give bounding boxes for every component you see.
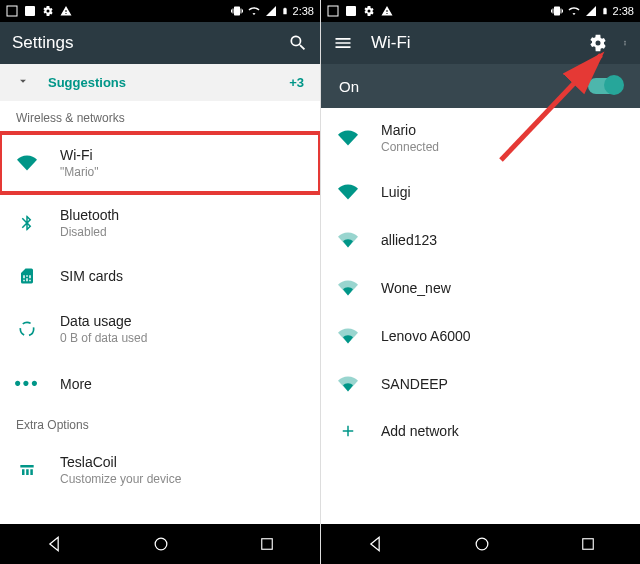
page-title: Settings [12, 33, 73, 53]
add-network-label: Add network [381, 423, 459, 439]
network-row[interactable]: Luigi [321, 168, 640, 216]
image-icon [345, 5, 357, 17]
network-row[interactable]: Mario Connected [321, 108, 640, 168]
svg-point-9 [625, 44, 626, 45]
clock: 2:38 [293, 5, 314, 17]
network-row[interactable]: Wone_new [321, 264, 640, 312]
network-name: SANDEEP [381, 376, 448, 392]
svg-point-2 [20, 322, 33, 335]
data-subtitle: 0 B of data used [60, 331, 147, 345]
wifi-toggle-bar: On [321, 64, 640, 108]
signal-icon [265, 5, 277, 17]
sim-row[interactable]: SIM cards [0, 253, 320, 299]
suggestions-count: +3 [289, 75, 304, 90]
signal-icon [585, 5, 597, 17]
svg-rect-0 [7, 6, 17, 16]
suggestions-label: Suggestions [48, 75, 126, 90]
bluetooth-icon [16, 214, 38, 232]
bluetooth-row[interactable]: Bluetooth Disabled [0, 193, 320, 253]
nav-home-icon[interactable] [151, 534, 171, 554]
nav-back-icon[interactable] [365, 534, 385, 554]
nav-bar [0, 524, 320, 564]
nav-recent-icon[interactable] [258, 535, 276, 553]
bluetooth-label: Bluetooth [60, 207, 119, 223]
wifi-label: Wi-Fi [60, 147, 99, 163]
nav-back-icon[interactable] [44, 534, 64, 554]
battery-icon [281, 5, 289, 17]
network-name: Luigi [381, 184, 411, 200]
tesla-row[interactable]: TeslaCoil Customize your device [0, 440, 320, 500]
notif-icon [6, 5, 18, 17]
nav-home-icon[interactable] [472, 534, 492, 554]
svg-point-8 [625, 43, 626, 44]
image-icon [24, 5, 36, 17]
settings-list: Suggestions +3 Wireless & networks Wi-Fi… [0, 64, 320, 524]
wifi-screen: 2:38 Wi-Fi On Mario Connected Luigi [320, 0, 640, 564]
chevron-down-icon [16, 74, 30, 91]
data-row[interactable]: Data usage 0 B of data used [0, 299, 320, 359]
nav-recent-icon[interactable] [579, 535, 597, 553]
svg-point-3 [155, 538, 167, 550]
sim-label: SIM cards [60, 268, 123, 284]
wifi-state-label: On [339, 78, 359, 95]
svg-rect-1 [25, 6, 35, 16]
wifi-status-icon [567, 5, 581, 17]
warning-icon [381, 5, 393, 17]
wifi-row[interactable]: Wi-Fi "Mario" [0, 133, 320, 193]
gear-icon [42, 5, 54, 17]
battery-icon [601, 5, 609, 17]
app-bar: Wi-Fi [321, 22, 640, 64]
wifi-signal-icon [337, 374, 359, 394]
plus-icon [337, 422, 359, 440]
network-name: allied123 [381, 232, 437, 248]
network-name: Lenovo A6000 [381, 328, 471, 344]
more-icon: ••• [16, 373, 38, 394]
tesla-subtitle: Customize your device [60, 472, 181, 486]
gear-icon[interactable] [588, 33, 608, 53]
svg-rect-11 [582, 539, 593, 550]
wifi-signal-icon [337, 230, 359, 250]
section-wireless: Wireless & networks [0, 101, 320, 133]
add-network-row[interactable]: Add network [321, 408, 640, 454]
bluetooth-subtitle: Disabled [60, 225, 119, 239]
nav-bar [321, 524, 640, 564]
svg-rect-5 [328, 6, 338, 16]
menu-icon[interactable] [333, 33, 353, 53]
gear-icon [363, 5, 375, 17]
wifi-status-icon [247, 5, 261, 17]
tesla-icon [16, 460, 38, 480]
section-extra: Extra Options [0, 408, 320, 440]
svg-rect-6 [346, 6, 356, 16]
more-row[interactable]: ••• More [0, 359, 320, 408]
data-icon [16, 319, 38, 339]
network-row[interactable]: allied123 [321, 216, 640, 264]
network-row[interactable]: Lenovo A6000 [321, 312, 640, 360]
page-title: Wi-Fi [371, 33, 411, 53]
settings-screen: 2:38 Settings Suggestions +3 Wireless & … [0, 0, 320, 564]
wifi-subtitle: "Mario" [60, 165, 99, 179]
vibrate-icon [551, 5, 563, 17]
wifi-signal-icon [337, 278, 359, 298]
status-bar: 2:38 [321, 0, 640, 22]
sim-icon [16, 267, 38, 285]
wifi-signal-icon [337, 182, 359, 202]
network-status: Connected [381, 140, 439, 154]
wifi-toggle[interactable] [588, 78, 622, 94]
network-list: Mario Connected Luigi allied123 Wone_new [321, 108, 640, 524]
clock: 2:38 [613, 5, 634, 17]
tesla-label: TeslaCoil [60, 454, 181, 470]
suggestions-row[interactable]: Suggestions +3 [0, 64, 320, 101]
search-icon[interactable] [288, 33, 308, 53]
network-name: Mario [381, 122, 439, 138]
status-bar: 2:38 [0, 0, 320, 22]
svg-point-7 [625, 41, 626, 42]
wifi-signal-icon [337, 128, 359, 148]
network-name: Wone_new [381, 280, 451, 296]
vibrate-icon [231, 5, 243, 17]
warning-icon [60, 5, 72, 17]
overflow-icon[interactable] [622, 33, 628, 53]
svg-rect-4 [262, 539, 273, 550]
network-row[interactable]: SANDEEP [321, 360, 640, 408]
more-label: More [60, 376, 92, 392]
wifi-icon [16, 153, 38, 173]
